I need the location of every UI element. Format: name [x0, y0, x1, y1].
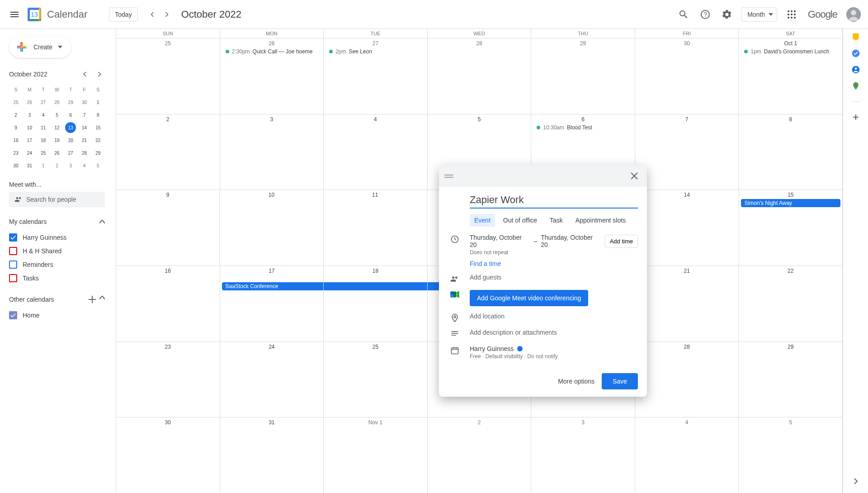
calendar-checkbox[interactable]	[9, 261, 17, 269]
day-cell[interactable]: 4	[635, 417, 739, 493]
day-cell[interactable]: 3	[531, 417, 635, 493]
repeat-text[interactable]: Does not repeat	[470, 249, 638, 256]
add-guests-field[interactable]: Add guests	[470, 274, 638, 281]
mini-day-cell[interactable]: 13	[64, 121, 77, 134]
dialog-close-button[interactable]	[627, 169, 642, 183]
mini-day-cell[interactable]: 25	[9, 96, 23, 109]
calendar-checkbox[interactable]	[9, 311, 17, 319]
add-description-field[interactable]: Add description or attachments	[470, 329, 638, 336]
day-cell[interactable]: 7	[635, 114, 739, 190]
search-button[interactable]	[673, 4, 694, 25]
day-cell[interactable]: Oct 11pm David's Groomsmen Lunch	[739, 38, 843, 114]
event-type-tab[interactable]: Out of office	[499, 214, 542, 227]
mini-day-cell[interactable]: 27	[64, 147, 77, 159]
add-addon-icon[interactable]	[851, 113, 860, 122]
mini-day-cell[interactable]: 14	[77, 121, 91, 134]
day-cell[interactable]: 9	[116, 190, 220, 265]
mini-day-cell[interactable]: 30	[77, 96, 91, 109]
event-type-tab[interactable]: Appointment slots	[571, 214, 630, 227]
day-cell[interactable]: 25	[116, 38, 220, 114]
add-location-field[interactable]: Add location	[470, 313, 638, 320]
event-title-input[interactable]	[470, 194, 638, 209]
plus-icon[interactable]	[89, 296, 96, 303]
day-cell[interactable]: 16	[116, 266, 220, 341]
mini-day-cell[interactable]: 7	[77, 109, 91, 121]
event-end-date[interactable]: Thursday, October 20	[541, 234, 601, 248]
mini-day-cell[interactable]: 24	[23, 147, 36, 159]
find-time-link[interactable]: Find a time	[470, 260, 638, 267]
day-cell[interactable]: 5	[739, 417, 843, 493]
visibility-text[interactable]: Free · Default visibility · Do not notif…	[470, 353, 638, 360]
day-cell[interactable]: 30	[116, 417, 220, 493]
mini-prev-month[interactable]	[80, 69, 90, 80]
mini-day-cell[interactable]: 1	[37, 159, 50, 172]
day-cell[interactable]: Nov 1	[324, 417, 428, 493]
day-cell[interactable]: 262:30pm Quick Call — Joe hoeme	[220, 38, 324, 114]
other-calendars-toggle[interactable]: Other calendars	[9, 294, 105, 305]
mini-day-cell[interactable]: 30	[9, 159, 23, 172]
mini-day-cell[interactable]: 17	[23, 134, 36, 147]
event[interactable]: SaaStock Conference	[222, 282, 324, 290]
mini-day-cell[interactable]: 12	[50, 121, 64, 134]
day-cell[interactable]: 28	[428, 38, 532, 114]
calendar-checkbox[interactable]	[9, 274, 17, 282]
prev-month-button[interactable]	[145, 7, 160, 22]
event-owner-name[interactable]: Harry Guinness	[470, 345, 514, 352]
event[interactable]	[324, 282, 427, 290]
day-cell[interactable]: 29	[739, 342, 843, 417]
calendar-item[interactable]: Reminders	[9, 258, 105, 271]
mini-day-cell[interactable]: 5	[50, 109, 64, 121]
mini-next-month[interactable]	[94, 69, 105, 80]
day-cell[interactable]: 25	[324, 342, 428, 417]
mini-day-cell[interactable]: 11	[37, 121, 50, 134]
day-cell[interactable]: 4	[324, 114, 428, 190]
mini-day-cell[interactable]: 1	[91, 96, 105, 109]
event-type-tab[interactable]: Event	[470, 214, 495, 227]
mini-day-cell[interactable]: 4	[37, 109, 50, 121]
mini-day-cell[interactable]: 20	[64, 134, 77, 147]
more-options-button[interactable]: More options	[558, 378, 594, 385]
event-start-date[interactable]: Thursday, October 20	[470, 234, 530, 248]
mini-day-cell[interactable]: 25	[37, 147, 50, 159]
day-cell[interactable]: 17SaaStock Conference	[220, 266, 324, 341]
contacts-icon[interactable]	[851, 65, 860, 74]
event[interactable]: 10:30am Blood Test	[533, 123, 633, 132]
search-people-input[interactable]: Search for people	[9, 192, 105, 207]
day-cell[interactable]: 8	[739, 114, 843, 190]
day-cell[interactable]: 29	[531, 38, 635, 114]
tasks-icon[interactable]	[851, 49, 860, 58]
day-cell[interactable]: 2	[116, 114, 220, 190]
day-cell[interactable]: 28	[635, 342, 739, 417]
create-button[interactable]: Create	[9, 36, 71, 58]
day-cell[interactable]: 24	[220, 342, 324, 417]
mini-day-cell[interactable]: 19	[50, 134, 64, 147]
mini-day-cell[interactable]: 26	[50, 147, 64, 159]
today-button[interactable]: Today	[109, 7, 137, 22]
calendar-checkbox[interactable]	[9, 247, 17, 255]
day-cell[interactable]: 22	[739, 266, 843, 341]
calendar-checkbox[interactable]	[9, 233, 17, 242]
settings-button[interactable]	[716, 4, 738, 25]
add-meet-button[interactable]: Add Google Meet video conferencing	[470, 290, 588, 306]
collapse-panel-button[interactable]	[853, 478, 859, 486]
mini-day-cell[interactable]: 21	[77, 134, 91, 147]
save-button[interactable]: Save	[602, 373, 638, 389]
day-cell[interactable]: 272pm See Leon	[324, 38, 428, 114]
mini-day-cell[interactable]: 28	[50, 96, 64, 109]
mini-day-cell[interactable]: 27	[37, 96, 50, 109]
help-button[interactable]: ?	[694, 4, 716, 25]
day-cell[interactable]: 3	[220, 114, 324, 190]
mini-day-cell[interactable]: 3	[64, 159, 77, 172]
event[interactable]: 2:30pm Quick Call — Joe hoeme	[222, 47, 322, 56]
mini-day-cell[interactable]: 9	[9, 121, 23, 134]
mini-day-cell[interactable]: 8	[91, 109, 105, 121]
mini-day-cell[interactable]: 6	[64, 109, 77, 121]
next-month-button[interactable]	[160, 7, 174, 22]
my-calendars-toggle[interactable]: My calendars	[9, 216, 105, 227]
calendar-item[interactable]: H & H Shared	[9, 244, 105, 258]
event-type-tab[interactable]: Task	[545, 214, 567, 227]
day-cell[interactable]: 30	[635, 38, 739, 114]
mini-day-cell[interactable]: 10	[23, 121, 36, 134]
mini-day-cell[interactable]: 4	[77, 159, 91, 172]
mini-day-cell[interactable]: 3	[23, 109, 36, 121]
